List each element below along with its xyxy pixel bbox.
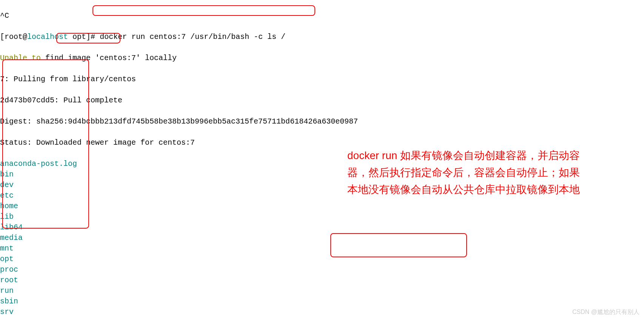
list-item: opt: [0, 254, 644, 264]
list-item: lib64: [0, 222, 644, 233]
list-item: media: [0, 233, 644, 243]
list-item: mnt: [0, 243, 644, 254]
unable-line: Unable to find image 'centos:7' locally: [0, 53, 644, 63]
list-item: lib: [0, 212, 644, 222]
list-item: sbin: [0, 296, 644, 307]
digest-line: Digest: sha256:9d4bcbbb213dfd745b58be38b…: [0, 116, 644, 127]
list-item: sys: [0, 317, 644, 320]
watermark: CSDN @尴尬的只有别人: [572, 308, 639, 316]
docker-run-command: docker run centos:7 /usr/bin/bash -c ls …: [100, 32, 285, 41]
list-item: home: [0, 201, 644, 212]
list-item: proc: [0, 264, 644, 275]
pulling-line: 7: Pulling from library/centos: [0, 74, 644, 85]
ctrl-c-line: ^C: [0, 11, 644, 21]
prompt-line-1: [root@localhost opt]# docker run centos:…: [0, 32, 644, 42]
list-item: run: [0, 286, 644, 296]
annotation-text: docker run 如果有镜像会自动创建容器，并启动容器，然后执行指定命令后，…: [347, 147, 581, 198]
pull-complete-text: Pull complete: [63, 96, 122, 105]
status-line: Status: Downloaded newer image for cento…: [0, 138, 644, 148]
pull-complete-line: 2d473b07cdd5: Pull complete: [0, 95, 644, 106]
list-item: srv: [0, 307, 644, 317]
list-item: root: [0, 275, 644, 286]
